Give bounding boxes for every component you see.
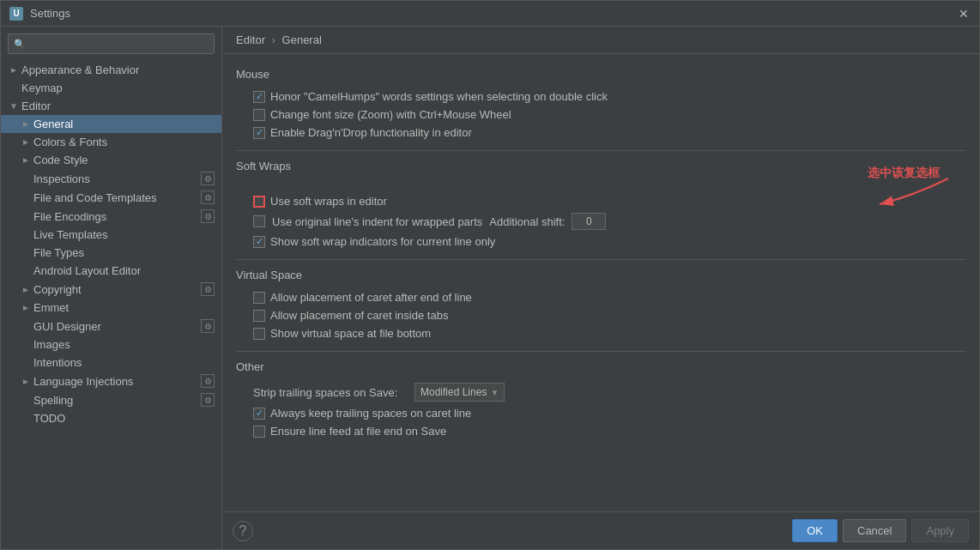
section-mouse-title: Mouse [236, 68, 965, 81]
sidebar-item-intentions[interactable]: Intentions [1, 354, 221, 372]
settings-icon: ⚙ [201, 282, 215, 296]
original-indent-row: Use original line's indent for wrapped p… [253, 213, 606, 230]
sidebar-item-file-code-templates[interactable]: File and Code Templates ⚙ [1, 188, 221, 207]
sidebar-item-label: Editor [21, 100, 215, 112]
settings-window: U Settings ✕ 🔍 Appearance & Behavior Ke [0, 0, 980, 550]
arrow-icon [20, 154, 32, 166]
option-font-zoom[interactable]: Change font size (Zoom) with Ctrl+Mouse … [236, 106, 965, 124]
checkbox-font-zoom[interactable] [253, 109, 265, 121]
checkbox-keep-trailing[interactable] [253, 408, 265, 420]
sidebar-item-todo[interactable]: TODO [1, 409, 221, 427]
option-caret-end-of-line[interactable]: Allow placement of caret after end of li… [236, 288, 965, 306]
arrow-spacer [20, 229, 32, 241]
option-ensure-linefeed[interactable]: Ensure line feed at file end on Save [236, 422, 965, 440]
sidebar-item-label: Language Injections [33, 375, 133, 388]
ok-button[interactable]: OK [792, 519, 838, 542]
section-virtual-space-title: Virtual Space [236, 269, 965, 281]
breadcrumb-editor: Editor [236, 33, 265, 46]
sidebar-item-label: Appearance & Behavior [21, 63, 215, 76]
arrow-icon [20, 136, 32, 148]
section-soft-wraps: Soft Wraps 选中该复选框 [236, 160, 965, 251]
checkbox-soft-wrap-indicators[interactable] [253, 236, 265, 248]
sidebar-item-images[interactable]: Images [1, 335, 221, 354]
arrow-spacer [20, 320, 32, 332]
option-caret-inside-tabs[interactable]: Allow placement of caret inside tabs [236, 306, 965, 324]
sidebar-item-emmet[interactable]: Emmet [1, 299, 221, 317]
sidebar-item-editor[interactable]: Editor [1, 97, 221, 115]
option-virtual-space-bottom[interactable]: Show virtual space at file bottom [236, 324, 965, 342]
sidebar-item-file-encodings[interactable]: File Encodings ⚙ [1, 207, 221, 226]
label-soft-wrap-indicators: Show soft wrap indicators for current li… [270, 235, 495, 248]
content-area: Editor › General Mouse Honor "CamelHumps… [222, 27, 979, 549]
main-content: 🔍 Appearance & Behavior Keymap Editor [1, 27, 979, 549]
sidebar-item-code-style[interactable]: Code Style [1, 151, 221, 169]
help-button[interactable]: ? [233, 521, 253, 541]
label-ensure-linefeed: Ensure line feed at file end on Save [270, 425, 446, 438]
tree: Appearance & Behavior Keymap Editor Gene… [1, 61, 221, 549]
sidebar-item-general[interactable]: General [1, 115, 221, 133]
checkbox-camel-humps[interactable] [253, 91, 265, 103]
label-font-zoom: Change font size (Zoom) with Ctrl+Mouse … [270, 108, 511, 121]
checkbox-virtual-space-bottom[interactable] [253, 328, 265, 340]
arrow-icon [20, 302, 32, 314]
arrow-spacer [20, 339, 32, 351]
section-soft-wraps-title: Soft Wraps [236, 160, 965, 172]
sidebar-item-android-layout[interactable]: Android Layout Editor [1, 262, 221, 280]
option-soft-wraps[interactable]: Use soft wraps in editor [236, 192, 965, 210]
settings-content: Mouse Honor "CamelHumps" words settings … [222, 54, 979, 511]
sidebar-item-appearance[interactable]: Appearance & Behavior [1, 61, 221, 79]
sidebar-item-file-types[interactable]: File Types [1, 244, 221, 262]
arrow-spacer [20, 265, 32, 277]
sidebar-item-colors-fonts[interactable]: Colors & Fonts [1, 133, 221, 151]
checkbox-original-indent[interactable] [253, 215, 265, 227]
sidebar-item-live-templates[interactable]: Live Templates [1, 226, 221, 244]
sidebar-item-language-injections[interactable]: Language Injections ⚙ [1, 372, 221, 390]
sidebar-item-label: Inspections [33, 172, 90, 185]
sidebar-item-label: TODO [33, 412, 215, 425]
dropdown-value: Modified Lines [420, 386, 487, 398]
sidebar-item-spelling[interactable]: Spelling ⚙ [1, 390, 221, 409]
option-soft-wrap-indicators[interactable]: Show soft wrap indicators for current li… [236, 233, 965, 251]
title-bar-left: U Settings [9, 7, 70, 21]
arrow-icon [20, 375, 32, 387]
sidebar-item-copyright[interactable]: Copyright ⚙ [1, 280, 221, 299]
option-original-indent[interactable]: Use original line's indent for wrapped p… [236, 210, 965, 233]
cancel-button[interactable]: Cancel [843, 519, 906, 542]
sidebar-item-label: Spelling [33, 394, 73, 407]
arrow-icon [8, 100, 20, 112]
sidebar-item-label: Colors & Fonts [33, 136, 215, 148]
sidebar-item-gui-designer[interactable]: GUI Designer ⚙ [1, 317, 221, 335]
search-input[interactable] [8, 33, 215, 54]
settings-icon: ⚙ [201, 319, 215, 333]
checkbox-ensure-linefeed[interactable] [253, 426, 265, 438]
sidebar-item-label: Code Style [33, 154, 215, 166]
arrow-icon [20, 118, 32, 130]
option-drag-drop[interactable]: Enable Drag'n'Drop functionality in edit… [236, 124, 965, 142]
arrow-icon [20, 283, 32, 295]
sidebar-item-label: General [33, 118, 215, 130]
footer: ? OK Cancel Apply [222, 511, 979, 549]
checkbox-drag-drop[interactable] [253, 127, 265, 139]
arrow-spacer [20, 191, 32, 203]
label-soft-wraps: Use soft wraps in editor [270, 195, 387, 208]
apply-button[interactable]: Apply [911, 519, 969, 542]
option-keep-trailing[interactable]: Always keep trailing spaces on caret lin… [236, 404, 965, 422]
sidebar-item-keymap[interactable]: Keymap [1, 79, 221, 97]
close-button[interactable]: ✕ [957, 7, 971, 21]
checkbox-caret-inside-tabs[interactable] [253, 310, 265, 322]
label-caret-end-of-line: Allow placement of caret after end of li… [270, 291, 472, 304]
settings-icon: ⚙ [201, 172, 215, 185]
sidebar-item-label: Copyright [33, 283, 82, 296]
sidebar-item-inspections[interactable]: Inspections ⚙ [1, 169, 221, 188]
checkbox-caret-end-of-line[interactable] [253, 292, 265, 304]
dropdown-strip-trailing[interactable]: Modified Lines ▼ [414, 383, 505, 402]
breadcrumb-separator: › [272, 33, 275, 46]
checkbox-soft-wraps[interactable] [253, 196, 265, 208]
option-strip-trailing: Strip trailing spaces on Save: Modified … [236, 380, 965, 404]
label-caret-inside-tabs: Allow placement of caret inside tabs [270, 309, 448, 322]
label-camel-humps: Honor "CamelHumps" words settings when s… [270, 90, 608, 103]
shift-input[interactable] [572, 213, 606, 230]
section-other-title: Other [236, 360, 965, 373]
option-camel-humps[interactable]: Honor "CamelHumps" words settings when s… [236, 88, 965, 106]
label-original-indent: Use original line's indent for wrapped p… [272, 215, 482, 228]
